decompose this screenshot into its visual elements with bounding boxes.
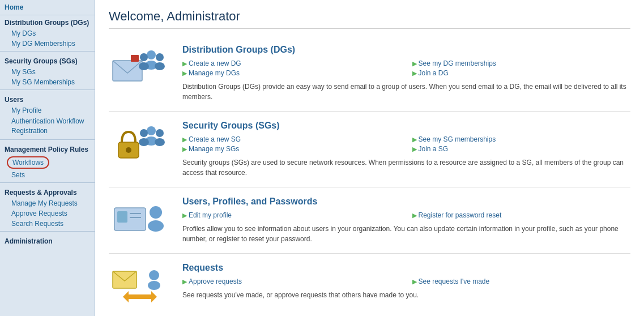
dg-icon — [109, 45, 171, 90]
svg-point-21 — [148, 220, 164, 232]
requests-links: ▶Approve requests ▶See requests I've mad… — [182, 277, 630, 285]
sidebar-section-requests: Requests & Approvals — [0, 185, 95, 198]
requests-title: Requests — [182, 263, 630, 273]
requests-link-1[interactable]: ▶See requests I've made — [412, 277, 631, 285]
sidebar-link-workflows[interactable]: Workflows — [7, 156, 49, 169]
svg-rect-17 — [117, 211, 127, 223]
sidebar-link-my-sgs[interactable]: My SGs — [0, 67, 95, 77]
users-links: ▶Edit my profile ▶Register for password … — [182, 211, 630, 219]
page-title: Welcome, Administrator — [109, 9, 630, 29]
sidebar-link-manage-requests[interactable]: Manage My Requests — [0, 198, 95, 208]
dg-desc: Distribution Groups (DGs) provide an eas… — [182, 82, 630, 102]
svg-point-4 — [156, 53, 164, 61]
sidebar-section-mpr: Management Policy Rules — [0, 142, 95, 155]
section-requests: Requests ▶Approve requests ▶See requests… — [109, 254, 630, 316]
svg-point-2 — [147, 50, 156, 59]
svg-point-13 — [155, 138, 165, 146]
sg-content: Security Groups (SGs) ▶Create a new SG ▶… — [182, 121, 630, 178]
dg-link-1[interactable]: ▶See my DG memberships — [412, 59, 631, 67]
requests-icon — [109, 263, 171, 308]
sg-icon — [109, 121, 171, 169]
sg-link-3[interactable]: ▶Join a SG — [412, 145, 631, 153]
section-dg: Distribution Groups (DGs) ▶Create a new … — [109, 36, 630, 112]
svg-point-7 — [139, 62, 149, 70]
sidebar-link-my-profile[interactable]: My Profile — [0, 105, 95, 116]
svg-point-14 — [140, 129, 148, 137]
sidebar-section-sg: Security Groups (SGs) — [0, 54, 95, 67]
sg-links: ▶Create a new SG ▶See my SG memberships … — [182, 135, 630, 153]
sg-link-1[interactable]: ▶See my SG memberships — [412, 135, 631, 143]
users-link-1[interactable]: ▶Register for password reset — [412, 211, 631, 219]
sg-link-2[interactable]: ▶Manage my SGs — [182, 145, 401, 153]
svg-point-6 — [140, 53, 148, 61]
users-title: Users, Profiles, and Passwords — [182, 197, 630, 207]
sidebar-link-approve-requests[interactable]: Approve Requests — [0, 208, 95, 219]
dg-link-2[interactable]: ▶Manage my DGs — [182, 69, 401, 77]
section-sg: Security Groups (SGs) ▶Create a new SG ▶… — [109, 112, 630, 187]
svg-point-20 — [150, 206, 162, 219]
sg-title: Security Groups (SGs) — [182, 121, 630, 131]
main-content: Welcome, Administrator Distribution Grou… — [95, 0, 644, 316]
dg-link-3[interactable]: ▶Join a DG — [412, 69, 631, 77]
users-content: Users, Profiles, and Passwords ▶Edit my … — [182, 197, 630, 244]
sidebar-link-my-dg-memberships[interactable]: My DG Memberships — [0, 39, 95, 49]
svg-point-25 — [149, 270, 159, 280]
svg-rect-1 — [131, 55, 139, 62]
dg-title: Distribution Groups (DGs) — [182, 45, 630, 55]
sidebar-section-admin: Administration — [0, 234, 95, 247]
svg-point-10 — [147, 126, 156, 135]
sidebar-link-search-requests[interactable]: Search Requests — [0, 219, 95, 229]
svg-point-12 — [156, 129, 164, 137]
users-link-0[interactable]: ▶Edit my profile — [182, 211, 401, 219]
sg-link-0[interactable]: ▶Create a new SG — [182, 135, 401, 143]
dg-link-0[interactable]: ▶Create a new DG — [182, 59, 401, 67]
section-users: Users, Profiles, and Passwords ▶Edit my … — [109, 187, 630, 254]
dg-links: ▶Create a new DG ▶See my DG memberships … — [182, 59, 630, 77]
svg-point-9 — [126, 147, 131, 153]
svg-point-15 — [139, 138, 149, 146]
svg-marker-24 — [137, 291, 157, 302]
requests-content: Requests ▶Approve requests ▶See requests… — [182, 263, 630, 300]
sidebar-link-my-sg-memberships[interactable]: My SG Memberships — [0, 77, 95, 87]
sidebar-link-my-dgs[interactable]: My DGs — [0, 28, 95, 39]
sidebar-link-auth-workflow[interactable]: Authentication Workflow Registration — [0, 116, 95, 137]
sg-desc: Security groups (SGs) are used to secure… — [182, 157, 630, 178]
sidebar-section-users: Users — [0, 92, 95, 105]
users-desc: Profiles allow you to see information ab… — [182, 224, 630, 244]
svg-point-26 — [148, 281, 160, 290]
requests-link-0[interactable]: ▶Approve requests — [182, 277, 401, 285]
sidebar-link-sets[interactable]: Sets — [0, 170, 95, 180]
sidebar-home[interactable]: Home — [0, 0, 95, 15]
svg-point-5 — [155, 62, 165, 70]
users-icon — [109, 197, 171, 242]
requests-desc: See requests you've made, or approve req… — [182, 290, 630, 300]
sidebar: Home Distribution Groups (DGs) My DGs My… — [0, 0, 95, 316]
sidebar-section-dg: Distribution Groups (DGs) — [0, 15, 95, 28]
svg-rect-0 — [113, 61, 142, 81]
dg-content: Distribution Groups (DGs) ▶Create a new … — [182, 45, 630, 102]
